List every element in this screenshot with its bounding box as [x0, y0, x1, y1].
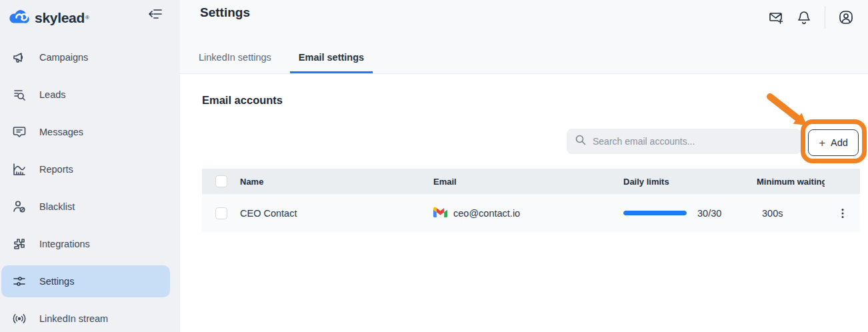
- sidebar-item-settings[interactable]: Settings: [1, 265, 170, 297]
- column-header-minimum-waiting: Minimum waiting: [757, 177, 825, 187]
- sidebar-item-campaigns[interactable]: Campaigns: [1, 41, 170, 73]
- collapse-sidebar-icon[interactable]: [148, 7, 163, 21]
- email-accounts-table: Name Email Daily limits Minimum waiting …: [202, 169, 860, 232]
- row-select-cell: [202, 207, 240, 219]
- daily-limit-progress-bar: [623, 211, 687, 215]
- blocked-user-icon: [12, 199, 27, 214]
- logo: skylead®: [0, 0, 180, 29]
- account-email-cell: ceo@contact.io: [433, 207, 623, 219]
- skylead-cloud-logo-icon: [8, 7, 31, 28]
- puzzle-icon: [12, 237, 27, 251]
- plus-icon: +: [819, 137, 825, 149]
- megaphone-icon: [12, 50, 27, 65]
- select-all-checkbox[interactable]: [215, 175, 227, 187]
- sidebar-item-label: Campaigns: [39, 52, 88, 63]
- settings-tabs: LinkedIn settings Email settings: [199, 45, 373, 73]
- header-icons: [762, 6, 860, 29]
- daily-limit-progress-fill: [623, 211, 687, 215]
- row-more-options-icon[interactable]: [825, 207, 860, 219]
- sidebar-item-integrations[interactable]: Integrations: [1, 228, 170, 260]
- annotation-arrow-icon: [753, 87, 833, 133]
- app-window: skylead® Campaigns Leads: [0, 0, 868, 332]
- sidebar-item-blacklist[interactable]: Blacklist: [1, 191, 170, 223]
- add-button-label: Add: [831, 137, 848, 148]
- chart-icon: [12, 162, 27, 177]
- mail-plus-icon[interactable]: [768, 9, 784, 25]
- sidebar-item-label: Reports: [39, 164, 73, 175]
- sidebar-item-label: Messages: [39, 127, 83, 137]
- section-heading: Email accounts: [202, 94, 283, 107]
- search-email-accounts: [567, 129, 801, 154]
- bell-icon[interactable]: [796, 9, 812, 25]
- tab-email-settings[interactable]: Email settings: [290, 45, 373, 73]
- sidebar-item-label: Leads: [39, 89, 66, 100]
- sidebar-item-label: Blacklist: [39, 201, 75, 212]
- sidebar-item-leads[interactable]: Leads: [1, 79, 170, 111]
- minimum-waiting-value: 300s: [757, 208, 825, 219]
- broadcast-icon: [12, 311, 27, 326]
- chat-bubble-icon: [12, 125, 27, 139]
- account-email: ceo@contact.io: [453, 208, 520, 219]
- sidebar-item-label: Integrations: [39, 239, 90, 249]
- leads-icon: [12, 87, 27, 102]
- sidebar-item-reports[interactable]: Reports: [1, 153, 170, 185]
- logo-text: skylead: [35, 10, 85, 26]
- sliders-icon: [12, 274, 27, 289]
- column-header-name: Name: [240, 177, 433, 187]
- table-row: CEO Contact ceo@contact.io: [202, 194, 860, 232]
- registered-mark: ®: [85, 15, 89, 21]
- sidebar-item-label: Settings: [39, 276, 74, 287]
- page-header: Settings LinkedIn settings Email setting…: [180, 0, 868, 74]
- sidebar-nav: Campaigns Leads Messages Reports: [0, 29, 180, 332]
- column-header-daily-limits: Daily limits: [623, 177, 757, 187]
- email-settings-panel: Email accounts + Add: [180, 74, 868, 332]
- search-input[interactable]: [593, 136, 793, 147]
- gmail-icon: [433, 207, 447, 219]
- table-header-row: Name Email Daily limits Minimum waiting: [202, 169, 860, 194]
- tab-linkedin-settings[interactable]: LinkedIn settings: [199, 45, 271, 73]
- daily-limits-cell: 30/30: [623, 208, 757, 219]
- row-checkbox[interactable]: [215, 207, 227, 219]
- main-area: Settings LinkedIn settings Email setting…: [180, 0, 868, 332]
- column-header-email: Email: [433, 177, 623, 187]
- header-divider: [825, 6, 825, 29]
- search-icon: [575, 134, 587, 149]
- daily-limit-value: 30/30: [697, 208, 721, 219]
- account-name: CEO Contact: [240, 208, 433, 219]
- sidebar-item-messages[interactable]: Messages: [1, 116, 170, 148]
- page-title: Settings: [200, 5, 250, 20]
- sidebar: skylead® Campaigns Leads: [0, 0, 180, 332]
- sidebar-item-linkedin-stream[interactable]: LinkedIn stream: [1, 303, 170, 332]
- add-email-account-button[interactable]: + Add: [808, 129, 859, 156]
- select-all-cell: [202, 175, 240, 187]
- account-icon[interactable]: [838, 9, 854, 25]
- sidebar-item-label: LinkedIn stream: [39, 313, 108, 324]
